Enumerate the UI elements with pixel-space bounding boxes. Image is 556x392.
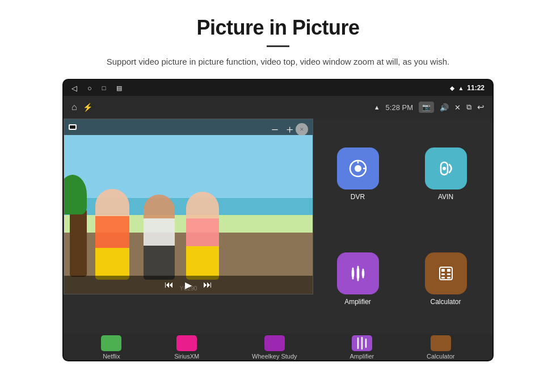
bottom-wheelkey-label: Wheelkey Study [252, 353, 297, 360]
page-header: Picture in Picture Support video picture… [0, 0, 556, 79]
page-description: Support video picture in picture functio… [79, 55, 477, 69]
app-bar-time: 5:28 PM [386, 103, 413, 112]
bottom-amplifier-label: Amplifier [349, 353, 374, 360]
pip-close-btn[interactable]: × [296, 123, 308, 136]
title-divider [267, 45, 289, 47]
bottom-amplifier[interactable]: Amplifier [349, 335, 374, 360]
app-bar: ⌂ ⚡ ▲ 5:28 PM 📷 🔊 ✕ ⧉ ↩ [64, 96, 492, 119]
dvr-app[interactable]: DVR [317, 124, 399, 224]
main-content: Netflix SiriusXM Wheelkey Study [64, 119, 492, 334]
home-circle-icon[interactable]: ○ [87, 84, 92, 92]
video-content [64, 119, 313, 294]
svg-rect-16 [447, 273, 450, 275]
forward-btn[interactable]: ⏭ [203, 280, 212, 290]
avin-label: AVIN [438, 193, 453, 201]
person1 [95, 189, 129, 280]
svg-rect-18 [447, 277, 450, 279]
tree-top [64, 175, 87, 214]
bottom-labels-row: Netflix SiriusXM Wheelkey Study Amplifie… [64, 334, 492, 360]
usb-icon[interactable]: ⚡ [83, 103, 92, 112]
calculator-icon [435, 263, 457, 284]
bottom-wheelkey-icon [264, 335, 285, 351]
avin-app[interactable]: AVIN [405, 124, 487, 224]
avin-icon [435, 158, 457, 179]
svg-point-1 [355, 165, 361, 172]
svg-rect-14 [447, 269, 450, 272]
tree-trunk [70, 209, 87, 277]
svg-rect-15 [441, 273, 445, 275]
bottom-amplifier-icon [352, 335, 372, 351]
camera-icon[interactable]: 📷 [419, 102, 434, 113]
person3 [186, 192, 219, 280]
status-time: 11:22 [467, 84, 485, 92]
pip-plus-btn[interactable]: + [287, 124, 293, 136]
pip-minus-btn[interactable]: − [271, 124, 278, 136]
bottom-wheelkey[interactable]: Wheelkey Study [252, 335, 297, 360]
dvr-icon-box [337, 147, 379, 189]
bottom-netflix[interactable]: Netflix [101, 335, 121, 360]
amplifier-icon-box [337, 252, 379, 294]
home-icon[interactable]: ⌂ [71, 102, 77, 112]
pip-camera-icon [69, 124, 77, 130]
volume-icon[interactable]: 🔊 [440, 103, 449, 112]
back-nav-icon[interactable]: ↩ [477, 102, 485, 112]
close-icon[interactable]: ✕ [454, 103, 461, 112]
device-frame: ◁ ○ □ ▤ ◆ ▲ 11:22 ⌂ ⚡ ▲ 5:28 PM 📷 🔊 ✕ ⧉ … [62, 79, 494, 361]
bottom-siriusxm[interactable]: SiriusXM [174, 335, 199, 360]
bookmark-icon[interactable]: ▤ [116, 85, 122, 92]
watermark: YC290 [180, 285, 197, 292]
app-grid-area: DVR AVIN [311, 119, 492, 334]
app-grid: DVR AVIN [317, 124, 487, 328]
calculator-icon-box [425, 252, 467, 294]
bottom-calculator-icon [431, 335, 451, 351]
status-bar: ◁ ○ □ ▤ ◆ ▲ 11:22 [64, 80, 492, 96]
bottom-netflix-icon [101, 335, 121, 351]
svg-point-5 [443, 167, 446, 170]
pip-icon[interactable]: ⧉ [466, 103, 471, 112]
amplifier-app[interactable]: Amplifier [317, 229, 399, 328]
bottom-siriusxm-icon [176, 335, 197, 351]
bottom-siriusxm-label: SiriusXM [174, 353, 199, 360]
app-bar-right: ▲ 5:28 PM 📷 🔊 ✕ ⧉ ↩ [374, 102, 485, 113]
wifi-icon: ▲ [458, 85, 464, 91]
svg-rect-13 [441, 269, 445, 272]
calculator-label: Calculator [430, 298, 461, 306]
bottom-netflix-label: Netflix [103, 353, 120, 360]
amplifier-label: Amplifier [344, 298, 371, 306]
amplifier-icon [347, 263, 369, 284]
rewind-btn[interactable]: ⏮ [165, 280, 174, 290]
bottom-amp-svg [354, 337, 370, 349]
page-title: Picture in Picture [34, 16, 522, 40]
dvr-icon [347, 158, 369, 179]
calculator-app[interactable]: Calculator [405, 229, 487, 328]
pip-window[interactable]: − + × ⏮ ▶ ⏭ YC290 [64, 119, 313, 294]
person2 [144, 195, 175, 280]
recents-icon[interactable]: □ [102, 85, 106, 91]
app-bar-left: ⌂ ⚡ [71, 102, 92, 112]
bottom-calculator[interactable]: Calculator [427, 335, 455, 360]
dvr-label: DVR [351, 193, 365, 201]
avin-icon-box [425, 147, 467, 189]
location-icon: ◆ [450, 85, 454, 91]
back-arrow-icon[interactable]: ◁ [71, 84, 77, 92]
bottom-calculator-label: Calculator [427, 353, 455, 360]
status-bar-right: ◆ ▲ 11:22 [450, 84, 485, 92]
svg-rect-17 [441, 277, 445, 279]
status-bar-left: ◁ ○ □ ▤ [71, 84, 122, 92]
wifi-status-icon: ▲ [374, 104, 380, 111]
